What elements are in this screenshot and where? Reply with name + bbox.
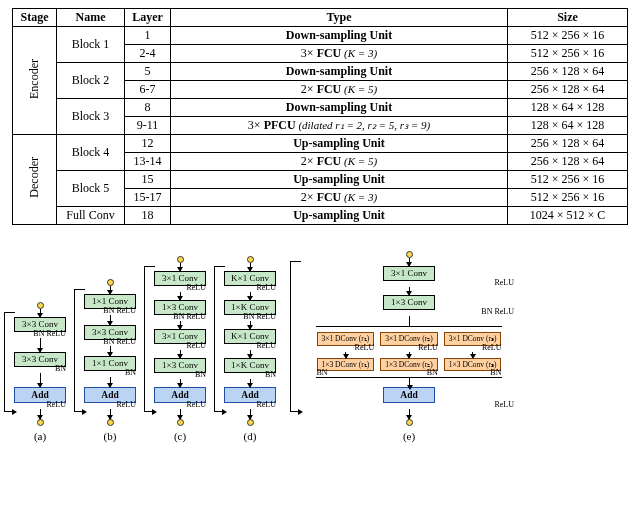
block5-layer2: 15-17 xyxy=(125,189,171,207)
diagram-row: 3×3 Conv BN ReLU 3×3 Conv BN Add ReLU (a… xyxy=(12,251,628,442)
block3-size1: 128 × 64 × 128 xyxy=(508,99,628,117)
relu-label: ReLU xyxy=(494,279,514,287)
bn-relu-label: BN ReLU xyxy=(243,313,276,321)
architecture-table: Stage Name Layer Type Size Encoder Block… xyxy=(12,8,628,225)
block4-type1: Up-sampling Unit xyxy=(171,135,508,153)
block5-layer1: 15 xyxy=(125,171,171,189)
output-dot xyxy=(406,419,413,426)
relu-label: ReLU xyxy=(482,344,502,352)
block2-layer1: 5 xyxy=(125,63,171,81)
block4-layer1: 12 xyxy=(125,135,171,153)
bn-relu-label: BN ReLU xyxy=(173,313,206,321)
diagram-b: 1×1 Conv BN ReLU 3×3 Conv BN ReLU 1×1 Co… xyxy=(84,279,136,442)
input-dot xyxy=(107,279,114,286)
output-dot xyxy=(247,419,254,426)
block1-size1: 512 × 256 × 16 xyxy=(508,27,628,45)
fullconv-type: Up-sampling Unit xyxy=(171,207,508,225)
block3-layer1: 8 xyxy=(125,99,171,117)
block2-size1: 256 × 128 × 64 xyxy=(508,63,628,81)
block1-name: Block 1 xyxy=(57,27,125,63)
bn-label: BN xyxy=(55,365,66,373)
col-layer: Layer xyxy=(125,9,171,27)
skip-connection xyxy=(74,289,75,412)
stage-encoder: Encoder xyxy=(13,27,57,135)
block4-layer2: 13-14 xyxy=(125,153,171,171)
conv31-box: 3×1 Conv xyxy=(383,266,435,281)
block2-type1: Down-sampling Unit xyxy=(171,63,508,81)
diagram-a: 3×3 Conv BN ReLU 3×3 Conv BN Add ReLU (a… xyxy=(14,302,66,442)
input-dot xyxy=(177,256,184,263)
block2-type2: 2× FCU (K = 5) xyxy=(171,81,508,99)
block5-size2: 512 × 256 × 16 xyxy=(508,189,628,207)
block5-type2: 2× FCU (K = 3) xyxy=(171,189,508,207)
sub-d: (d) xyxy=(244,430,257,442)
bn-relu-label: BN ReLU xyxy=(481,308,514,316)
sub-b: (b) xyxy=(104,430,117,442)
sub-e: (e) xyxy=(403,430,415,442)
skip-connection xyxy=(144,266,145,412)
block1-type2: 3× FCU (K = 3) xyxy=(171,45,508,63)
block3-size2: 128 × 64 × 128 xyxy=(508,117,628,135)
relu-label: ReLU xyxy=(256,401,276,409)
block4-size1: 256 × 128 × 64 xyxy=(508,135,628,153)
block1-type1: Down-sampling Unit xyxy=(171,27,508,45)
skip-connection xyxy=(214,266,215,412)
conv13-box: 1×3 Conv xyxy=(383,295,435,310)
block5-type1: Up-sampling Unit xyxy=(171,171,508,189)
col-type: Type xyxy=(171,9,508,27)
block4-type2: 2× FCU (K = 5) xyxy=(171,153,508,171)
sub-a: (a) xyxy=(34,430,46,442)
col-stage: Stage xyxy=(13,9,57,27)
bn-label: BN xyxy=(490,369,501,377)
relu-label: ReLU xyxy=(256,342,276,350)
bn-relu-label: BN ReLU xyxy=(33,330,66,338)
block2-layer2: 6-7 xyxy=(125,81,171,99)
relu-label: ReLU xyxy=(256,284,276,292)
block4-size2: 256 × 128 × 64 xyxy=(508,153,628,171)
bn-label: BN xyxy=(125,369,136,377)
output-dot xyxy=(37,419,44,426)
relu-label: ReLU xyxy=(186,342,206,350)
bn-label: BN xyxy=(317,369,328,377)
output-dot xyxy=(177,419,184,426)
relu-label: ReLU xyxy=(116,401,136,409)
col-name: Name xyxy=(57,9,125,27)
block3-type2: 3× PFCU (dilated r₁ = 2, r₂ = 5, r₃ = 9) xyxy=(171,117,508,135)
diagram-c: 3×1 Conv ReLU 1×3 Conv BN ReLU 3×1 Conv … xyxy=(154,256,206,442)
block2-size2: 256 × 128 × 64 xyxy=(508,81,628,99)
relu-label: ReLU xyxy=(186,401,206,409)
bn-relu-label: BN ReLU xyxy=(103,307,136,315)
relu-label: ReLU xyxy=(46,401,66,409)
block4-name: Block 4 xyxy=(57,135,125,171)
fullconv-size: 1024 × 512 × C xyxy=(508,207,628,225)
relu-label: ReLU xyxy=(355,344,375,352)
block5-name: Block 5 xyxy=(57,171,125,207)
block1-size2: 512 × 256 × 16 xyxy=(508,45,628,63)
block3-name: Block 3 xyxy=(57,99,125,135)
block1-layer1: 1 xyxy=(125,27,171,45)
col-size: Size xyxy=(508,9,628,27)
input-dot xyxy=(406,251,413,258)
input-dot xyxy=(37,302,44,309)
block2-name: Block 2 xyxy=(57,63,125,99)
fullconv-name: Full Conv xyxy=(57,207,125,225)
bn-label: BN xyxy=(427,369,438,377)
skip-connection xyxy=(4,312,5,412)
diagram-e: 3×1 Conv ReLU 1×3 Conv BN ReLU 3×1 DConv… xyxy=(304,251,514,442)
diagram-d: K×1 Conv ReLU 1×K Conv BN ReLU K×1 Conv … xyxy=(224,256,276,442)
bn-relu-label: BN ReLU xyxy=(103,338,136,346)
relu-label: ReLU xyxy=(494,401,514,409)
input-dot xyxy=(247,256,254,263)
bn-label: BN xyxy=(195,371,206,379)
block3-type1: Down-sampling Unit xyxy=(171,99,508,117)
fullconv-layer: 18 xyxy=(125,207,171,225)
block1-layer2: 2-4 xyxy=(125,45,171,63)
skip-connection xyxy=(290,261,291,412)
stage-decoder: Decoder xyxy=(13,135,57,225)
output-dot xyxy=(107,419,114,426)
block3-layer2: 9-11 xyxy=(125,117,171,135)
block5-size1: 512 × 256 × 16 xyxy=(508,171,628,189)
sub-c: (c) xyxy=(174,430,186,442)
relu-label: ReLU xyxy=(186,284,206,292)
bn-label: BN xyxy=(265,371,276,379)
